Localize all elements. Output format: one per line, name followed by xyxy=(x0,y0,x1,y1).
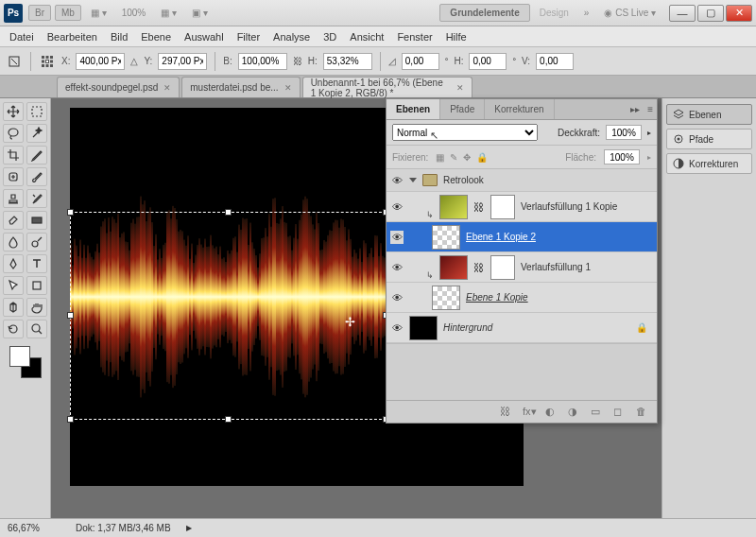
hand-tool[interactable] xyxy=(26,298,47,317)
layer-name[interactable]: Verlaufsfüllung 1 Kopie xyxy=(521,201,617,212)
shape-tool[interactable] xyxy=(26,276,47,295)
doc-tab-0[interactable]: effekt-soundpegel.psd✕ xyxy=(57,77,180,97)
close-icon[interactable]: ✕ xyxy=(163,83,171,93)
foreground-color[interactable] xyxy=(9,346,30,367)
marquee-tool[interactable] xyxy=(26,102,47,121)
opacity-input[interactable] xyxy=(606,125,642,140)
layer-name[interactable]: Ebene 1 Kopie 2 xyxy=(466,232,536,242)
visibility-icon[interactable]: 👁 xyxy=(390,231,404,244)
trash-icon[interactable]: 🗑 xyxy=(636,406,649,419)
y-input[interactable] xyxy=(158,53,207,70)
menu-auswahl[interactable]: Auswahl xyxy=(184,31,224,43)
handle-w[interactable] xyxy=(67,312,74,319)
cslive-button[interactable]: ◉ CS Live ▾ xyxy=(598,6,662,20)
layer-thumb[interactable] xyxy=(439,255,468,280)
close-icon[interactable]: ✕ xyxy=(456,83,464,93)
workspace-grundelemente[interactable]: Grundelemente xyxy=(439,4,529,22)
dodge-tool[interactable] xyxy=(26,233,47,251)
eyedropper-tool[interactable] xyxy=(26,146,47,165)
blur-tool[interactable] xyxy=(3,233,24,251)
menu-analyse[interactable]: Analyse xyxy=(273,31,310,43)
eraser-tool[interactable] xyxy=(3,211,24,230)
layer-name[interactable]: Verlaufsfüllung 1 xyxy=(521,262,591,272)
fill-flyout-icon[interactable]: ▸ xyxy=(647,153,651,162)
layer-row[interactable]: 👁 ↳ ⛓ Verlaufsfüllung 1 Kopie xyxy=(387,192,657,222)
crop-tool[interactable] xyxy=(3,146,24,165)
gradient-tool[interactable] xyxy=(26,211,47,230)
vskew-input[interactable] xyxy=(536,53,574,70)
reference-point-icon[interactable] xyxy=(39,53,56,70)
hskew-input[interactable] xyxy=(469,53,507,70)
window-close[interactable]: ✕ xyxy=(726,5,752,22)
layer-row[interactable]: 👁 ↳ ⛓ Verlaufsfüllung 1 xyxy=(387,252,657,283)
transform-tool-icon[interactable] xyxy=(6,53,23,70)
menu-3d[interactable]: 3D xyxy=(323,31,336,43)
adjustment-icon[interactable]: ◑ xyxy=(568,406,581,419)
history-brush-tool[interactable] xyxy=(26,189,47,208)
panel-menu-icon[interactable]: ≡ xyxy=(644,99,657,119)
layer-row-background[interactable]: 👁 Hintergrund 🔒 xyxy=(387,313,657,343)
new-layer-icon[interactable]: ◻ xyxy=(613,406,627,419)
layer-thumb[interactable] xyxy=(409,316,438,340)
zoom-tool[interactable] xyxy=(26,320,47,338)
visibility-icon[interactable]: 👁 xyxy=(390,201,404,213)
layer-thumb[interactable] xyxy=(432,286,460,310)
close-icon[interactable]: ✕ xyxy=(284,83,292,93)
menu-hilfe[interactable]: Hilfe xyxy=(446,31,467,43)
screen-mode-dropdown[interactable]: ▣ ▾ xyxy=(186,6,214,20)
move-tool[interactable] xyxy=(3,102,24,121)
link-layers-icon[interactable]: ⛓ xyxy=(500,406,513,419)
workspace-more[interactable]: » xyxy=(578,6,595,20)
mask-icon[interactable]: ◐ xyxy=(545,406,558,419)
layer-name[interactable]: Hintergrund xyxy=(443,322,492,333)
visibility-icon[interactable]: 👁 xyxy=(390,262,404,273)
lock-pixels-icon[interactable]: ✎ xyxy=(450,152,457,163)
menu-bearbeiten[interactable]: Bearbeiten xyxy=(47,31,97,43)
sidebar-tab-korrekturen[interactable]: Korrekturen xyxy=(666,153,752,174)
bridge-button[interactable]: Br xyxy=(28,5,51,21)
layer-name[interactable]: Ebene 1 Kopie xyxy=(466,292,528,303)
layer-row[interactable]: 👁 Ebene 1 Kopie xyxy=(387,283,657,313)
menu-datei[interactable]: Datei xyxy=(9,31,34,43)
visibility-icon[interactable]: 👁 xyxy=(390,175,404,186)
fill-input[interactable] xyxy=(604,149,640,165)
fx-icon[interactable]: fx▾ xyxy=(523,406,536,419)
view-mode-dropdown[interactable]: ▦ ▾ xyxy=(85,6,112,20)
wand-tool[interactable] xyxy=(26,124,47,143)
layer-name[interactable]: Retrolook xyxy=(443,175,484,185)
sidebar-tab-ebenen[interactable]: Ebenen xyxy=(666,104,752,125)
menu-ebene[interactable]: Ebene xyxy=(141,31,171,43)
status-flyout-icon[interactable]: ▶ xyxy=(186,524,192,532)
window-maximize[interactable]: ▢ xyxy=(697,5,724,22)
doc-tab-1[interactable]: musterdatei.psd be...✕ xyxy=(181,77,300,97)
w-input[interactable] xyxy=(238,53,287,70)
sidebar-tab-pfade[interactable]: Pfade xyxy=(666,129,752,149)
zoom-dropdown[interactable]: 100% xyxy=(116,6,152,20)
h-input[interactable] xyxy=(323,53,372,70)
status-zoom[interactable]: 66,67% xyxy=(8,523,64,533)
visibility-icon[interactable]: 👁 xyxy=(390,292,404,303)
healing-tool[interactable] xyxy=(3,167,24,186)
lock-position-icon[interactable]: ✥ xyxy=(463,152,471,163)
status-doc-size[interactable]: Dok: 1,37 MB/3,46 MB xyxy=(76,523,171,533)
lock-all-icon[interactable]: 🔒 xyxy=(476,152,488,163)
workspace-design[interactable]: Design xyxy=(534,6,575,20)
transform-bounds[interactable]: ✢ xyxy=(70,212,387,420)
visibility-icon[interactable]: 👁 xyxy=(390,322,404,334)
3d-tool[interactable] xyxy=(3,298,24,317)
lock-transparent-icon[interactable]: ▦ xyxy=(436,152,444,163)
type-tool[interactable] xyxy=(26,254,47,273)
opacity-flyout-icon[interactable]: ▸ xyxy=(647,129,651,137)
pen-tool[interactable] xyxy=(3,254,24,273)
doc-tab-2[interactable]: Unbenannt-1 bei 66,7% (Ebene 1 Kopie 2, … xyxy=(302,77,472,97)
panel-tab-ebenen[interactable]: Ebenen xyxy=(387,99,440,119)
angle-input[interactable] xyxy=(402,53,439,70)
handle-s[interactable] xyxy=(225,416,232,423)
stamp-tool[interactable] xyxy=(3,189,24,208)
minibridge-button[interactable]: Mb xyxy=(55,5,81,21)
layer-mask[interactable] xyxy=(490,255,515,280)
panel-collapse-icon[interactable]: ▸▸ xyxy=(627,99,644,119)
layer-thumb[interactable] xyxy=(439,195,468,219)
menu-ansicht[interactable]: Ansicht xyxy=(350,31,384,43)
layer-mask[interactable] xyxy=(490,195,515,219)
